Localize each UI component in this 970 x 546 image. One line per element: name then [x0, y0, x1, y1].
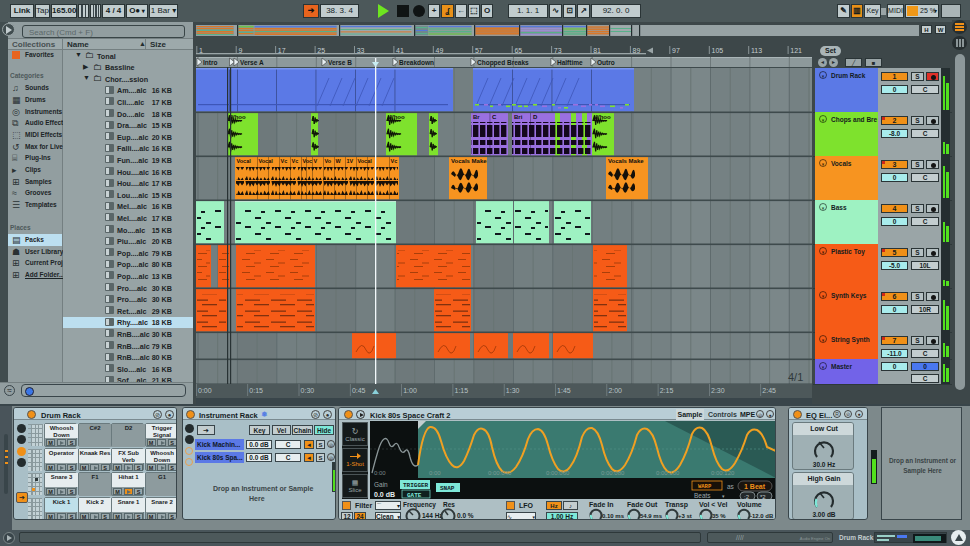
- svg-text:0:00:080: 0:00:080: [601, 470, 625, 476]
- svg-text:1:45: 1:45: [557, 387, 571, 394]
- svg-text:Chopped Breaks: Chopped Breaks: [477, 59, 529, 67]
- svg-text:GATE: GATE: [407, 492, 422, 499]
- svg-text:89: 89: [633, 47, 641, 54]
- svg-text:0.0 dB: 0.0 dB: [374, 491, 395, 498]
- svg-text:73: 73: [554, 47, 562, 54]
- svg-text:0:00:120: 0:00:120: [711, 470, 735, 476]
- svg-text:49: 49: [436, 47, 444, 54]
- svg-text:Vocals Make: Vocals Make: [608, 158, 644, 164]
- svg-text:C: C: [492, 114, 497, 120]
- svg-text:0:30: 0:30: [301, 387, 315, 394]
- svg-text:0:00:100: 0:00:100: [656, 470, 680, 476]
- svg-text:Voc: Voc: [303, 158, 313, 164]
- svg-text:121: 121: [790, 47, 802, 54]
- svg-text:105: 105: [712, 47, 724, 54]
- svg-text:Intro: Intro: [203, 59, 217, 66]
- svg-text:17: 17: [278, 47, 286, 54]
- svg-text:Halftime: Halftime: [557, 59, 583, 66]
- svg-text:0:00: 0:00: [429, 470, 441, 476]
- svg-text:33: 33: [357, 47, 365, 54]
- svg-text:97: 97: [672, 47, 680, 54]
- svg-text:1:30: 1:30: [506, 387, 520, 394]
- svg-text:SNAP: SNAP: [440, 485, 455, 492]
- svg-text:0:00:060: 0:00:060: [546, 470, 570, 476]
- svg-text:81: 81: [593, 47, 601, 54]
- svg-text:0:00: 0:00: [198, 387, 212, 394]
- svg-text:0:45: 0:45: [352, 387, 366, 394]
- svg-text:1:15: 1:15: [455, 387, 469, 394]
- svg-text:2:00: 2:00: [608, 387, 622, 394]
- svg-text:2:15: 2:15: [660, 387, 674, 394]
- svg-text:4/1: 4/1: [788, 371, 803, 383]
- svg-text:WARP: WARP: [698, 483, 712, 490]
- svg-text:Vc: Vc: [391, 158, 398, 164]
- svg-text:1 Beat: 1 Beat: [744, 483, 766, 490]
- svg-text:1:00: 1:00: [403, 387, 417, 394]
- svg-text:41: 41: [396, 47, 404, 54]
- svg-text:0:15: 0:15: [249, 387, 263, 394]
- svg-text:Vo: Vo: [325, 158, 332, 164]
- svg-text:as: as: [727, 483, 735, 490]
- svg-text:Outro: Outro: [597, 59, 615, 66]
- svg-text:Verse A: Verse A: [240, 59, 264, 66]
- svg-text:113: 113: [751, 47, 762, 54]
- svg-text:65: 65: [514, 47, 522, 54]
- svg-text:2:45: 2:45: [762, 387, 776, 394]
- svg-text:D: D: [533, 114, 538, 120]
- svg-text:1V: 1V: [347, 158, 354, 164]
- svg-text:Verse B: Verse B: [328, 59, 352, 66]
- svg-text:Vocal: Vocal: [237, 158, 252, 164]
- svg-text:Vc: Vc: [292, 158, 299, 164]
- svg-text:2:30: 2:30: [711, 387, 725, 394]
- svg-text:57: 57: [475, 47, 483, 54]
- svg-text:W: W: [336, 158, 342, 164]
- svg-text:Vc: Vc: [281, 158, 288, 164]
- svg-text:Beats: Beats: [694, 492, 711, 499]
- svg-text:Gain: Gain: [374, 481, 388, 488]
- svg-text:TRIGGER: TRIGGER: [403, 482, 429, 489]
- svg-text:Vocals Make: Vocals Make: [451, 158, 487, 164]
- svg-text:Vocal: Vocal: [358, 158, 373, 164]
- svg-text:0:00:040: 0:00:040: [488, 470, 512, 476]
- svg-text:25: 25: [317, 47, 325, 54]
- svg-text:9: 9: [238, 47, 242, 54]
- svg-text:Br: Br: [473, 114, 480, 120]
- svg-text:Breakdown: Breakdown: [399, 59, 434, 66]
- svg-text:Bri: Bri: [514, 114, 523, 120]
- svg-text:0:00: 0:00: [374, 470, 386, 476]
- svg-text:1: 1: [199, 47, 203, 54]
- svg-text:Vocal: Vocal: [259, 158, 274, 164]
- svg-text:V: V: [314, 158, 318, 164]
